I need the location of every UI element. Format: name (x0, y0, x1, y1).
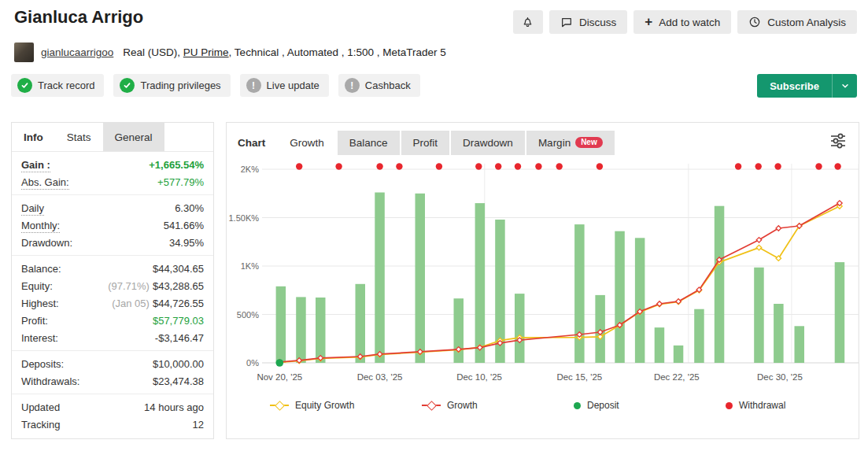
stat-row-withdrawals: Withdrawals: $23,474.38 (12, 372, 213, 390)
svg-text:Dec 30, '25: Dec 30, '25 (757, 372, 803, 382)
discuss-label: Discuss (579, 17, 616, 28)
stat-row-balance: Balance: $44,304.65 (12, 260, 213, 277)
svg-text:1.50K%: 1.50K% (228, 213, 259, 223)
account-summary-row: gianlucaarrigoo Real (USD), PU Prime , T… (14, 43, 446, 62)
tracking-label: Tracking (21, 419, 60, 431)
legend-deposit[interactable]: Deposit (574, 400, 726, 411)
check-circle-icon (17, 78, 32, 93)
tab-info[interactable]: Info (12, 123, 55, 151)
balance-value: $44,304.65 (153, 263, 204, 275)
account-meta-suffix: , Technical , Automated , 1:500 , MetaTr… (229, 46, 446, 58)
badge-cashback-label: Cashback (365, 79, 411, 91)
gain-value: +1,665.54% (149, 159, 204, 171)
account-meta-prefix: Real (USD), (123, 46, 180, 58)
top-action-bar: Discuss + Add to watch Custom Analysis (513, 10, 857, 34)
notifications-button[interactable] (513, 10, 543, 34)
updated-value: 14 hours ago (144, 401, 204, 413)
speech-bubble-icon (560, 16, 573, 28)
subscribe-button[interactable]: Subscribe (757, 74, 857, 98)
monthly-label: Monthly: (21, 220, 60, 233)
svg-text:Dec 22, '25: Dec 22, '25 (654, 372, 700, 382)
broker-link[interactable]: PU Prime (183, 46, 229, 58)
chart-panel: Chart Growth Balance Profit Drawdown Mar… (226, 122, 859, 439)
subscribe-label: Subscribe (757, 74, 832, 98)
add-to-watch-button[interactable]: + Add to watch (633, 10, 731, 34)
svg-text:Dec 10, '25: Dec 10, '25 (456, 372, 502, 382)
withdrawal-dot-icon (726, 402, 733, 409)
highest-value: $44,726.55 (153, 298, 204, 309)
tab-general[interactable]: General (103, 123, 164, 151)
legend-withdrawal[interactable]: Withdrawal (726, 400, 868, 411)
tab-drawdown[interactable]: Drawdown (451, 131, 525, 155)
withdrawals-label: Withdrawals: (21, 375, 79, 387)
clock-icon (748, 16, 761, 28)
account-dashboard: Gianluca Arrigo Discuss + Add to watch C… (0, 0, 868, 451)
interest-value: -$3,146.47 (155, 332, 204, 344)
monthly-value: 541.66% (164, 220, 204, 231)
svg-text:500%: 500% (237, 310, 259, 320)
legend-withdrawal-label: Withdrawal (739, 400, 785, 411)
bell-icon (521, 15, 534, 29)
tab-stats[interactable]: Stats (55, 123, 103, 151)
stats-rows: Gain : +1,665.54% Abs. Gain: +577.79% Da… (12, 152, 213, 437)
daily-label: Daily (21, 202, 44, 216)
svg-text:Dec 03, '25: Dec 03, '25 (357, 372, 403, 382)
check-circle-icon (120, 78, 135, 93)
abs-gain-label: Abs. Gain: (21, 176, 69, 190)
balance-label: Balance: (21, 263, 61, 275)
tab-growth[interactable]: Growth (278, 131, 336, 155)
withdrawals-value: $23,474.38 (153, 375, 204, 387)
legend-deposit-label: Deposit (587, 400, 619, 411)
deposit-dot-icon (574, 402, 581, 409)
equity-value: $43,288.65 (153, 280, 204, 292)
chart-settings-button[interactable] (829, 132, 849, 150)
drawdown-value: 34.95% (169, 237, 204, 249)
discuss-button[interactable]: Discuss (549, 10, 627, 34)
stat-row-monthly: Monthly: 541.66% (12, 216, 213, 234)
username-link[interactable]: gianlucaarrigoo (41, 46, 113, 58)
growth-chart[interactable]: 0%500%1K%1.50K%2K%Nov 20, '25Dec 03, '25… (227, 157, 860, 394)
legend-growth[interactable]: Growth (422, 400, 574, 411)
info-panel-tabs: Info Stats General (12, 123, 213, 152)
tab-profit[interactable]: Profit (401, 131, 450, 155)
badge-live-update-label: Live update (267, 79, 319, 91)
legend-equity-growth-label: Equity Growth (295, 400, 354, 411)
subscribe-dropdown[interactable] (832, 74, 857, 98)
drawdown-label: Drawdown: (21, 237, 72, 249)
stat-row-interest: Interest: -$3,146.47 (12, 329, 213, 346)
stat-row-deposits: Deposits: $10,000.00 (12, 355, 213, 372)
badge-live-update[interactable]: ! Live update (240, 74, 329, 97)
tab-balance[interactable]: Balance (338, 131, 400, 155)
chevron-down-icon (840, 81, 850, 91)
custom-analysis-button[interactable]: Custom Analysis (737, 10, 857, 34)
sliders-icon (829, 132, 848, 150)
deposits-label: Deposits: (21, 358, 64, 370)
badge-track-record-label: Track record (38, 79, 94, 91)
badge-trading-privileges[interactable]: Trading privileges (113, 74, 230, 97)
tab-margin[interactable]: Margin New (526, 131, 615, 155)
avatar[interactable] (14, 43, 34, 62)
stat-row-highest: Highest: (Jan 05)$44,726.55 (12, 294, 213, 312)
account-info-panel: Info Stats General Gain : +1,665.54% Abs… (11, 122, 214, 439)
plus-icon: + (645, 15, 652, 28)
legend-equity-growth[interactable]: Equity Growth (270, 400, 422, 411)
badge-track-record[interactable]: Track record (11, 74, 104, 97)
stat-row-equity: Equity: (97.71%)$43,288.65 (12, 277, 213, 294)
verification-badges: Track record Trading privileges ! Live u… (11, 74, 420, 97)
tracking-value: 12 (193, 419, 204, 431)
stat-row-daily: Daily 6.30% (12, 199, 213, 216)
stat-row-tracking: Tracking 12 (12, 416, 213, 433)
abs-gain-value: +577.79% (157, 176, 204, 188)
chart-legend: Equity Growth Growth Deposit Withdrawal (270, 400, 868, 411)
stat-row-drawdown: Drawdown: 34.95% (12, 234, 213, 251)
growth-line-icon (422, 405, 441, 406)
equity-percent: (97.71%) (108, 280, 150, 292)
profit-value: $57,779.03 (153, 315, 204, 327)
equity-growth-line-icon (270, 405, 289, 406)
svg-text:2K%: 2K% (241, 165, 259, 174)
badge-cashback[interactable]: ! Cashback (338, 74, 420, 97)
stat-row-gain: Gain : +1,665.54% (12, 156, 213, 173)
exclamation-circle-icon: ! (246, 78, 261, 93)
custom-analysis-label: Custom Analysis (767, 17, 846, 28)
updated-label: Updated (21, 401, 60, 413)
